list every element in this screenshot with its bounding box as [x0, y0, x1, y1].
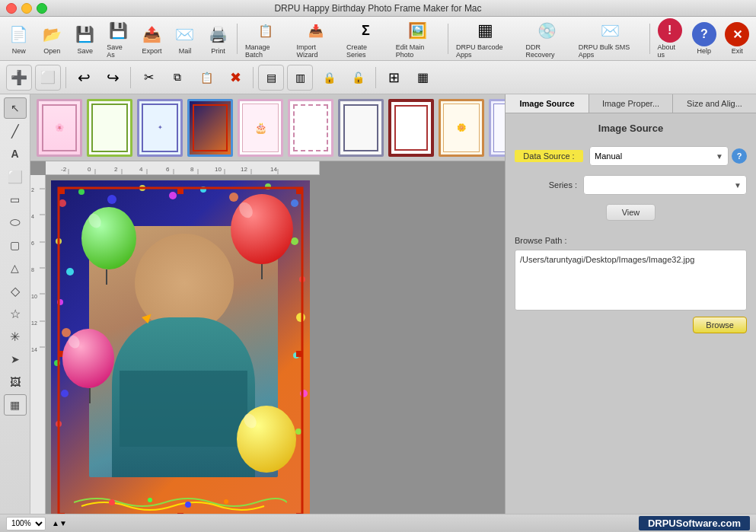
canvas-scroll-container[interactable]: -2 0 2 4 6 8 10 [30, 161, 505, 514]
cut-button[interactable]: ✂ [136, 65, 161, 91]
zoom-stepper-arrow[interactable]: ▲▼ [52, 519, 67, 527]
template-6[interactable] [288, 99, 333, 157]
grid-button[interactable]: ⊞ [381, 65, 407, 91]
tab-size-align[interactable]: Size and Alig... [673, 94, 756, 113]
open-label: Open [43, 47, 60, 55]
svg-text:8: 8 [31, 267, 34, 272]
align-right-button[interactable]: ▥ [287, 65, 313, 91]
template-10[interactable]: 🎊 [489, 99, 505, 157]
unlock-button[interactable]: 🔓 [345, 65, 371, 91]
ellipse-tool[interactable]: ⬭ [4, 212, 27, 233]
drpu-sms-button[interactable]: ✉️ DRPU Bulk SMS Apps [574, 17, 646, 60]
redo-button[interactable]: ↪ [100, 65, 126, 91]
template-3[interactable]: ✦ [137, 99, 183, 157]
ddr-recovery-label: DDR Recovery [525, 43, 567, 59]
import-wizard-button[interactable]: 📥 Import Wizard [292, 17, 340, 60]
tab-image-source[interactable]: Image Source [506, 94, 589, 113]
balloon-pink-string [89, 388, 91, 403]
svg-point-65 [185, 502, 191, 508]
right-panel-content: Image Source Data Source : Manual ▼ ? Se… [506, 113, 756, 514]
browse-path-value[interactable]: /Users/taruntyagi/Desktop/Images/Image32… [515, 250, 747, 311]
rectangle-tool[interactable]: ⬜ [4, 166, 27, 187]
export-button[interactable]: 📤 Export [136, 21, 167, 56]
data-source-dropdown-arrow: ▼ [716, 152, 723, 161]
save-as-label: Save As [107, 43, 129, 59]
triangle-tool[interactable]: △ [4, 257, 27, 279]
series-select[interactable]: ▼ [583, 175, 747, 195]
svg-point-53 [295, 428, 301, 435]
create-series-button[interactable]: Σ Create Series [342, 17, 390, 60]
new-button[interactable]: 📄 New [3, 21, 34, 56]
arrow-tool[interactable]: ➤ [4, 349, 27, 370]
secondary-toolbar: ➕ ⬜ ↩ ↪ ✂ ⧉ 📋 ✖ ▤ ▥ 🔒 🔓 ⊞ ▦ [0, 61, 756, 94]
drpu-barcode-button[interactable]: ▦ DRPU Barcode Apps [451, 17, 519, 60]
help-button[interactable]: ? Help [688, 21, 719, 56]
panel-title: Image Source [515, 123, 747, 134]
svg-point-33 [78, 189, 85, 195]
select-tool[interactable]: ↖ [4, 97, 27, 119]
save-label: Save [77, 47, 93, 55]
save-button[interactable]: 💾 Save [69, 21, 100, 56]
svg-rect-57 [296, 188, 302, 194]
burst-tool[interactable]: ✳ [4, 326, 27, 347]
template-strip: 🌸 🍀 ✦ 🎂 [30, 94, 505, 161]
create-series-label: Create Series [346, 43, 385, 59]
svg-point-46 [61, 390, 69, 397]
main-canvas[interactable]: ▲ [51, 180, 310, 514]
svg-text:14: 14 [270, 166, 277, 173]
template-5[interactable]: 🎂 [238, 99, 283, 157]
exit-button[interactable]: ✕ Exit [722, 21, 753, 56]
template-4[interactable] [187, 99, 233, 157]
rounded-rect-tool[interactable]: ▭ [4, 189, 27, 210]
svg-rect-59 [296, 351, 302, 357]
open-button[interactable]: 📂 Open [36, 21, 67, 56]
delete-button[interactable]: ✖ [222, 65, 248, 91]
about-us-button[interactable]: ! About us [652, 17, 687, 60]
print-button[interactable]: 🖨️ Print [203, 21, 234, 56]
text-tool[interactable]: A [4, 143, 27, 164]
line-tool[interactable]: ╱ [4, 120, 27, 142]
undo-button[interactable]: ↩ [71, 65, 97, 91]
svg-rect-62 [296, 513, 302, 514]
copy-button[interactable]: ⧉ [164, 65, 190, 91]
svg-point-38 [229, 193, 238, 202]
add-toolbar-button[interactable]: ➕ [6, 65, 32, 91]
ruler-horizontal: -2 0 2 4 6 8 10 [46, 161, 320, 175]
template-2[interactable]: 🍀 [87, 99, 132, 157]
drpu-barcode-icon: ▦ [474, 18, 498, 43]
svg-text:10: 10 [31, 294, 37, 299]
lock-button[interactable]: 🔒 [316, 65, 342, 91]
browse-button[interactable]: Browse [693, 317, 747, 333]
close-button[interactable] [6, 3, 17, 14]
barcode-tool[interactable]: ▦ [4, 394, 27, 416]
tab-image-properties[interactable]: Image Proper... [589, 94, 673, 113]
star-tool[interactable]: ☆ [4, 303, 27, 324]
view-toolbar-button[interactable]: ▦ [410, 65, 435, 91]
align-left-button[interactable]: ▤ [258, 65, 284, 91]
template-9[interactable]: 🌼 [439, 99, 484, 157]
select-toolbar-button[interactable]: ⬜ [35, 65, 61, 91]
data-source-help-button[interactable]: ? [732, 148, 747, 164]
save-as-button[interactable]: 💾 Save As [102, 17, 134, 60]
minimize-button[interactable] [21, 3, 32, 14]
save-as-icon: 💾 [107, 18, 131, 43]
tb2-sep-2 [130, 67, 131, 88]
maximize-button[interactable] [37, 3, 47, 14]
image-tool[interactable]: 🖼 [4, 371, 27, 393]
template-8[interactable] [388, 99, 434, 157]
manage-batch-button[interactable]: 📋 Manage Batch [241, 17, 290, 60]
data-source-row: Data Source : Manual ▼ ? [515, 146, 747, 166]
template-1[interactable]: 🌸 [37, 99, 82, 157]
svg-point-48 [291, 237, 298, 245]
paste-button[interactable]: 📋 [193, 65, 219, 91]
rounded-square-tool[interactable]: ▢ [4, 234, 27, 256]
mail-button[interactable]: ✉️ Mail [169, 21, 200, 56]
diamond-tool[interactable]: ◇ [4, 280, 27, 301]
data-source-select[interactable]: Manual ▼ [589, 146, 729, 166]
view-button[interactable]: View [606, 204, 656, 221]
edit-main-photo-button[interactable]: 🖼️ Edit Main Photo [391, 17, 445, 60]
ddr-recovery-button[interactable]: 💿 DDR Recovery [521, 17, 572, 60]
template-7[interactable] [338, 99, 384, 157]
window-title: DRPU Happy Birthday Photo Frame Maker fo… [274, 3, 481, 14]
zoom-select[interactable]: 100% 75% 50% 150% [6, 517, 46, 530]
